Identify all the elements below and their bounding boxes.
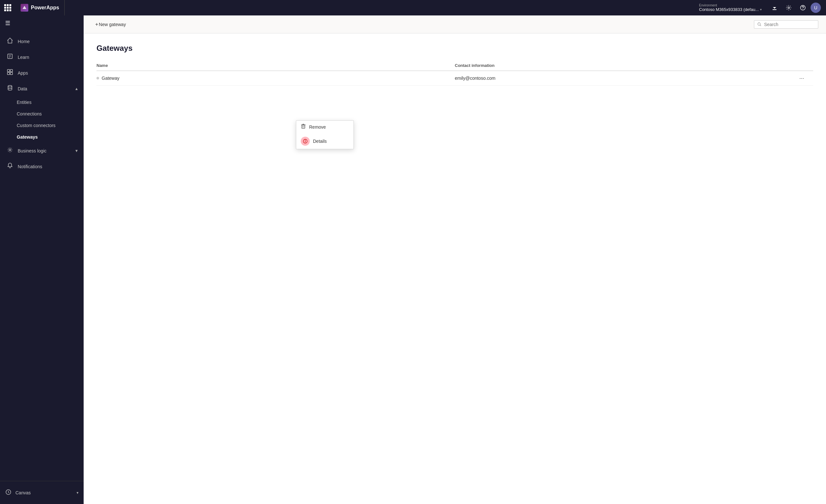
- help-button[interactable]: [796, 1, 809, 14]
- search-icon: [758, 22, 761, 27]
- sidebar-item-data-label: Data: [18, 86, 27, 91]
- details-label: Details: [313, 139, 327, 144]
- avatar[interactable]: U: [811, 3, 821, 13]
- new-gateway-button[interactable]: + New gateway: [91, 20, 130, 29]
- sidebar-item-data[interactable]: Data ▲: [0, 81, 83, 97]
- page-title: Gateways: [97, 44, 813, 53]
- waffle-icon: [4, 4, 11, 11]
- search-input[interactable]: [764, 22, 815, 27]
- sidebar-item-learn[interactable]: Learn: [0, 49, 83, 65]
- svg-point-9: [8, 85, 12, 87]
- sidebar-item-notifications-label: Notifications: [18, 164, 42, 169]
- svg-point-1: [788, 7, 790, 9]
- cell-contact: emily@contoso.com: [455, 76, 813, 81]
- sidebar-item-business-logic-label: Business logic: [18, 148, 47, 153]
- toolbar: + New gateway: [83, 15, 826, 34]
- sidebar-nav: Home Learn: [0, 31, 83, 481]
- env-name: Contoso M365x933833 (defau... ▾: [699, 7, 762, 12]
- details-icon: [301, 137, 310, 146]
- svg-point-3: [803, 9, 803, 10]
- data-icon: [6, 84, 14, 92]
- canvas-icon: [5, 489, 12, 496]
- powerapps-icon: [20, 4, 28, 12]
- sidebar-footer: Canvas ▾: [0, 481, 83, 504]
- home-icon: [6, 37, 14, 45]
- sidebar-toggle[interactable]: ☰: [0, 15, 15, 31]
- sidebar-item-apps-label: Apps: [18, 70, 28, 76]
- context-menu-details[interactable]: Details: [296, 133, 353, 149]
- svg-rect-0: [773, 9, 776, 10]
- remove-label: Remove: [309, 124, 326, 130]
- canvas-label: Canvas: [15, 490, 31, 495]
- sidebar-footer-canvas[interactable]: Canvas ▾: [0, 485, 83, 500]
- table-header: Name Contact information: [97, 60, 813, 71]
- col-contact-header: Contact information: [455, 63, 813, 68]
- sidebar-item-connections[interactable]: Connections: [17, 108, 83, 120]
- sidebar-item-entities[interactable]: Entities: [17, 97, 83, 108]
- data-subnav: Entities Connections Custom connectors G…: [0, 97, 83, 143]
- sidebar-item-gateways[interactable]: Gateways: [17, 131, 83, 143]
- svg-rect-7: [7, 72, 10, 75]
- svg-rect-13: [302, 125, 305, 128]
- environment-selector[interactable]: Environment Contoso M365x933833 (defau..…: [695, 4, 766, 12]
- svg-point-15: [305, 140, 306, 140]
- learn-icon: [6, 53, 14, 61]
- sidebar-item-apps[interactable]: Apps: [0, 65, 83, 81]
- new-gateway-plus-icon: +: [95, 21, 98, 27]
- sidebar-item-notifications[interactable]: Notifications: [0, 159, 83, 174]
- svg-rect-6: [10, 69, 12, 72]
- business-logic-icon: [6, 147, 14, 155]
- topbar: PowerApps Environment Contoso M365x93383…: [0, 0, 826, 15]
- search-box[interactable]: [754, 20, 818, 28]
- topbar-icons: U: [766, 1, 826, 14]
- download-button[interactable]: [768, 1, 781, 14]
- gateways-table: Name Contact information Gateway emily@c…: [97, 60, 813, 85]
- cell-gateway-name: Gateway: [97, 76, 455, 81]
- new-gateway-label: New gateway: [99, 22, 126, 27]
- waffle-button[interactable]: [0, 0, 15, 15]
- page-content: Gateways Name Contact information Gatewa…: [83, 34, 826, 504]
- data-expand-icon: ▲: [75, 86, 78, 91]
- app-name: PowerApps: [31, 5, 59, 11]
- env-label: Environment: [699, 4, 717, 7]
- remove-icon: [301, 124, 306, 130]
- app-logo: PowerApps: [15, 0, 65, 15]
- table-row: Gateway emily@contoso.com ···: [97, 71, 813, 85]
- sidebar-item-home[interactable]: Home: [0, 34, 83, 49]
- main-layout: ☰ Home Learn: [0, 15, 826, 504]
- svg-rect-5: [7, 69, 10, 72]
- col-name-header: Name: [97, 63, 455, 68]
- env-chevron-icon: ▾: [760, 8, 762, 11]
- row-more-button[interactable]: ···: [797, 74, 807, 83]
- sidebar: ☰ Home Learn: [0, 15, 83, 504]
- canvas-chevron-icon: ▾: [76, 491, 78, 495]
- business-logic-expand-icon: ▼: [75, 148, 78, 153]
- context-menu: Remove Details: [296, 120, 354, 149]
- sidebar-item-business-logic[interactable]: Business logic ▼: [0, 143, 83, 159]
- settings-button[interactable]: [782, 1, 795, 14]
- sidebar-item-custom-connectors[interactable]: Custom connectors: [17, 120, 83, 131]
- content-area: + New gateway Gateways Name Contact info…: [83, 15, 826, 504]
- notifications-icon: [6, 163, 14, 171]
- context-menu-remove[interactable]: Remove: [296, 121, 353, 133]
- apps-icon: [6, 69, 14, 77]
- svg-rect-8: [10, 72, 12, 75]
- svg-point-10: [9, 149, 11, 151]
- gateway-name-text: Gateway: [102, 76, 119, 81]
- row-indicator: [97, 77, 99, 79]
- sidebar-item-home-label: Home: [18, 39, 30, 44]
- sidebar-item-learn-label: Learn: [18, 55, 29, 60]
